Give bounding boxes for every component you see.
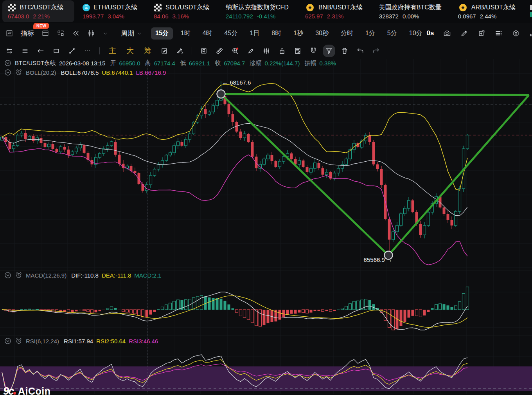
chart-mode-主[interactable]: 主 — [109, 46, 116, 56]
timeframe-5分[interactable]: 5分 — [383, 27, 401, 40]
edit-cycle-icon[interactable] — [160, 47, 168, 55]
note-edit-icon[interactable] — [294, 47, 302, 55]
alarm-icon[interactable] — [15, 271, 23, 279]
macd-name: MACD(12,26,9) — [26, 272, 66, 279]
gear-icon[interactable] — [512, 29, 520, 37]
macd-hist-value: MACD:2.1 — [134, 272, 161, 279]
undo-icon[interactable] — [356, 47, 364, 55]
open-value: 66950.0 — [119, 60, 140, 67]
magnet-icon[interactable] — [309, 47, 317, 55]
ticker-name: 美国政府持有BTC数量 — [379, 4, 442, 12]
menu-lines-icon[interactable] — [21, 47, 29, 55]
redo-icon[interactable] — [372, 47, 380, 55]
change-value: 0.22%(144.7) — [264, 60, 300, 67]
ticker-sol[interactable]: SOL/USDT永续84.063.16% — [146, 0, 217, 23]
rewind-icon[interactable] — [72, 29, 80, 37]
panel-icon[interactable] — [41, 29, 49, 37]
timeframe-1秒[interactable]: 1秒 — [289, 27, 307, 40]
timeframe-1时[interactable]: 1时 — [176, 27, 195, 40]
indicator-button[interactable]: 指标 NEW — [21, 29, 34, 38]
timeframe-1分[interactable]: 1分 — [361, 27, 379, 40]
indicator-label: 指标 — [21, 29, 34, 38]
list-icon[interactable] — [495, 29, 503, 37]
ticker-arb[interactable]: ◆ARB/USDT永续0.09672.44% — [450, 0, 524, 23]
low-price-annotation: 65566.9 → — [362, 256, 392, 263]
high-value: 67174.4 — [154, 60, 175, 67]
funnel-icon[interactable] — [325, 47, 333, 55]
ellipsis-icon[interactable] — [84, 47, 92, 55]
ticker-nasdaq[interactable]: 纳斯达克指数期货CFD24110.792-0.41% — [217, 0, 297, 23]
macd-dea-value: DEA:-111.8 — [102, 272, 131, 279]
ticker-quote: 84.063.16% — [154, 13, 209, 20]
ruler-icon[interactable] — [216, 47, 223, 55]
layout-grid-icon[interactable] — [57, 29, 65, 37]
timeframe-4时[interactable]: 4时 — [198, 27, 217, 40]
collapse-icon[interactable] — [4, 337, 12, 345]
add-window-icon[interactable] — [478, 29, 485, 37]
ticker-quote: 1993.773.04% — [83, 13, 137, 20]
ticker-name: SOL/USDT永续 — [165, 4, 209, 12]
low-label: 低 — [180, 60, 186, 67]
timeframe-8时[interactable]: 8时 — [267, 27, 286, 40]
expand-icon[interactable] — [529, 29, 532, 37]
collapse-icon[interactable] — [4, 59, 12, 67]
boll-name: BOLL(20,2) — [26, 69, 56, 76]
timeframe-30秒[interactable]: 30秒 — [311, 27, 333, 40]
boll-lb-value: LB:66716.9 — [136, 69, 166, 76]
collapse-icon[interactable] — [4, 69, 12, 76]
trend-line-icon[interactable] — [68, 47, 76, 55]
lock-open-icon[interactable] — [278, 47, 286, 55]
toolbar-divider — [192, 47, 192, 54]
ticker-usgov[interactable]: 美国政府持有BTC数量3283720.00% — [371, 0, 450, 23]
timeframe-1日[interactable]: 1日 — [245, 27, 264, 40]
timeframe-10分[interactable]: 10分 — [405, 27, 427, 40]
period-dropdown[interactable]: 周期 — [121, 29, 142, 38]
timeframe-45分[interactable]: 45分 — [220, 27, 242, 40]
timeframe-15分[interactable]: 15分 — [151, 27, 173, 40]
logo-dot — [13, 392, 16, 395]
align-lines-icon[interactable] — [5, 47, 13, 55]
trash-icon[interactable] — [341, 47, 349, 55]
macd-row: MACD(12,26,9) DIF:-110.8 DEA:-111.8 MACD… — [4, 271, 161, 279]
ohlc-row: BTC/USDT永续 2026-03-08 13:15 开66950.0 高67… — [4, 59, 336, 67]
line-chart-icon[interactable] — [5, 29, 13, 37]
rectangle-icon[interactable] — [52, 47, 60, 55]
candle-tool-icon[interactable] — [262, 47, 270, 55]
camera-icon[interactable] — [443, 29, 451, 37]
hline-arrow-icon[interactable] — [37, 47, 45, 55]
rsi-name: RSI(6,12,24) — [26, 338, 59, 344]
alarm-icon[interactable] — [15, 69, 23, 76]
low-value: 66921.1 — [189, 60, 210, 67]
bookmark-box-icon[interactable] — [200, 47, 208, 55]
brush-arrow-icon[interactable] — [176, 47, 184, 55]
boll-row: BOLL(20,2) BOLL:67078.5 UB:67440.1 LB:66… — [4, 69, 166, 76]
sol-coin-icon — [154, 4, 162, 12]
collapse-icon[interactable] — [4, 271, 12, 279]
change-label: 涨幅 — [250, 60, 261, 67]
ticker-price: 625.97 — [305, 13, 323, 20]
pencil-icon[interactable] — [460, 29, 468, 37]
ticker-name: BTC/USDT永续 — [20, 4, 63, 12]
toolbar-divider — [99, 47, 100, 54]
signature-icon[interactable] — [247, 47, 255, 55]
zoom-plus-icon[interactable] — [231, 47, 239, 55]
ticker-eth[interactable]: ΞETH/USDT永续1993.773.04% — [74, 0, 146, 23]
replay-timer[interactable]: 0s — [427, 29, 434, 37]
alarm-icon[interactable] — [15, 337, 23, 345]
ticker-quote: 67403.02.21% — [8, 13, 63, 20]
ticker-name: 纳斯达克指数期货CFD — [226, 4, 289, 12]
ticker-btc[interactable]: BTC/USDT永续67403.02.21% — [2, 0, 74, 22]
timeframe-分时[interactable]: 分时 — [336, 27, 358, 40]
chart-mode-大[interactable]: 大 — [126, 46, 134, 56]
aicoin-logo: 9cAiCoin — [3, 385, 51, 395]
ticker-change: 0.00% — [403, 13, 419, 20]
chevron-down-icon[interactable] — [102, 31, 108, 36]
chart-mode-筹[interactable]: 筹 — [144, 46, 151, 56]
ticker-change: 2.44% — [480, 13, 497, 20]
ticker-price: 67403.0 — [8, 13, 29, 20]
ticker-bnb[interactable]: ◆BNB/USDT永续625.972.31% — [297, 0, 371, 23]
close-value: 67094.7 — [224, 60, 245, 67]
candles-icon[interactable] — [87, 29, 95, 37]
ticker-bar: BTC/USDT永续67403.02.21%ΞETH/USDT永续1993.77… — [0, 0, 532, 23]
partial-next-ticker[interactable] — [530, 5, 532, 18]
